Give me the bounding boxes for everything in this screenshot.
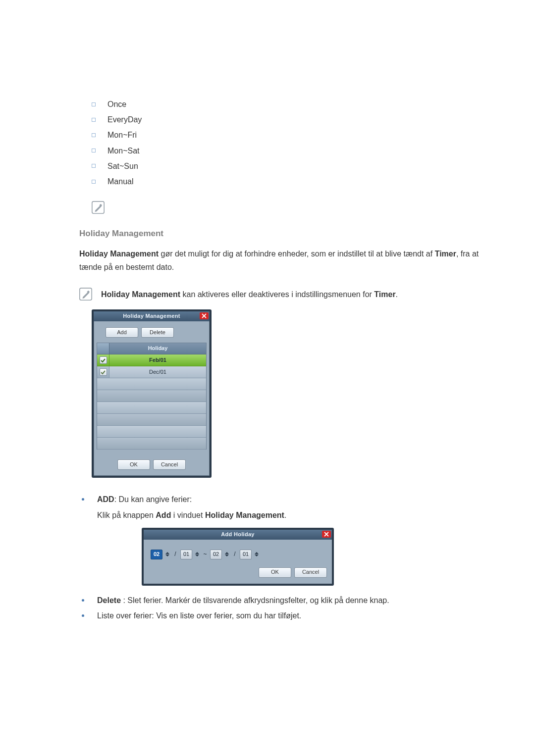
description-item-add: ADD: Du kan angive ferier: Klik på knapp… bbox=[82, 492, 483, 592]
checkbox-header bbox=[97, 343, 109, 354]
dialog-titlebar: Add Holiday bbox=[144, 530, 332, 540]
text: . bbox=[396, 290, 398, 299]
dialog-body: 02 / 01 ~ 02 / 01 bbox=[144, 540, 332, 567]
pen-icon bbox=[79, 288, 92, 301]
row-checkbox-cell bbox=[97, 366, 109, 378]
delete-button[interactable]: Delete bbox=[141, 327, 174, 338]
row-value: Dec/01 bbox=[109, 368, 206, 376]
cancel-button[interactable]: Cancel bbox=[294, 567, 327, 578]
row-value: Feb/01 bbox=[109, 356, 206, 364]
field-value: 01 bbox=[183, 551, 190, 558]
ok-button[interactable]: OK bbox=[259, 567, 291, 578]
pen-icon bbox=[92, 201, 105, 214]
from-month-field[interactable]: 02 bbox=[151, 550, 162, 559]
text: i vinduet bbox=[171, 511, 205, 519]
chevron-down-icon bbox=[195, 554, 199, 556]
intro-paragraph: Holiday Management gør det muligt for di… bbox=[79, 247, 483, 274]
text-bold: Add bbox=[156, 511, 171, 519]
slash-separator: / bbox=[173, 550, 177, 558]
description-body: Delete : Slet ferier. Markér de tilsvare… bbox=[97, 595, 389, 606]
square-bullet-icon bbox=[92, 118, 96, 122]
chevron-up-icon bbox=[225, 552, 229, 554]
text-bold: Timer bbox=[435, 250, 456, 258]
option-once: Once bbox=[92, 97, 483, 112]
ok-button[interactable]: OK bbox=[117, 459, 150, 470]
bullet-dot-icon bbox=[82, 498, 84, 501]
dialog-footer: OK Cancel bbox=[94, 454, 210, 476]
option-everyday: EveryDay bbox=[92, 112, 483, 127]
add-holiday-dialog: Add Holiday 02 / 01 ~ bbox=[142, 528, 334, 586]
table-row bbox=[97, 390, 206, 402]
text: Klik på knappen bbox=[97, 511, 156, 519]
text: : Slet ferier. Markér de tilsvarende afk… bbox=[121, 596, 389, 605]
text: kan aktiveres eller deaktiveres i indsti… bbox=[180, 290, 374, 299]
description-subtext: Klik på knappen Add i vinduet Holiday Ma… bbox=[97, 509, 334, 521]
option-label: Mon~Fri bbox=[107, 129, 137, 141]
column-header: Holiday bbox=[97, 343, 206, 354]
text-bold: ADD bbox=[97, 495, 114, 504]
chevron-down-icon bbox=[225, 554, 229, 556]
add-button[interactable]: Add bbox=[106, 327, 138, 338]
field-value: 02 bbox=[153, 551, 160, 558]
option-label: Manual bbox=[107, 176, 133, 187]
square-bullet-icon bbox=[92, 102, 96, 106]
text-bold: Timer bbox=[374, 290, 395, 299]
description-body: ADD: Du kan angive ferier: Klik på knapp… bbox=[97, 494, 334, 590]
recurrence-options: Once EveryDay Mon~Fri Mon~Sat Sat~Sun Ma… bbox=[52, 0, 483, 189]
note: Holiday Management kan aktiveres eller d… bbox=[79, 288, 483, 301]
table-row bbox=[97, 402, 206, 414]
table-row bbox=[97, 378, 206, 390]
bullet-dot-icon bbox=[82, 614, 84, 617]
section-heading: Holiday Management bbox=[79, 228, 483, 240]
option-sat-sun: Sat~Sun bbox=[92, 158, 483, 174]
description-body: Liste over ferier: Vis en liste over fer… bbox=[97, 610, 301, 621]
table-row[interactable]: Dec/01 bbox=[97, 366, 206, 378]
description-item-list: Liste over ferier: Vis en liste over fer… bbox=[82, 608, 483, 623]
checkbox[interactable] bbox=[100, 368, 107, 376]
bullet-dot-icon bbox=[82, 599, 84, 602]
slash-separator: / bbox=[233, 550, 237, 558]
option-label: Once bbox=[107, 99, 126, 110]
dialog-title: Add Holiday bbox=[221, 531, 254, 539]
spinner[interactable] bbox=[165, 551, 170, 558]
to-day-field[interactable]: 01 bbox=[240, 550, 252, 559]
table-row[interactable]: Feb/01 bbox=[97, 354, 206, 366]
text: Liste over ferier: Vis en liste over fer… bbox=[97, 611, 301, 620]
edit-icon-block bbox=[92, 201, 483, 217]
cancel-button[interactable]: Cancel bbox=[153, 459, 186, 470]
spinner[interactable] bbox=[225, 551, 230, 558]
table-row bbox=[97, 414, 206, 426]
field-value: 02 bbox=[213, 551, 219, 558]
field-value: 01 bbox=[242, 551, 249, 558]
square-bullet-icon bbox=[92, 133, 96, 137]
spinner[interactable] bbox=[195, 551, 200, 558]
dialog-titlebar: Holiday Management bbox=[94, 311, 210, 321]
text-bold: Holiday Management bbox=[205, 511, 284, 519]
dialog-title: Holiday Management bbox=[123, 312, 180, 320]
chevron-up-icon bbox=[195, 552, 199, 554]
checkbox[interactable] bbox=[100, 356, 107, 364]
option-mon-sat: Mon~Sat bbox=[92, 143, 483, 158]
chevron-up-icon bbox=[165, 552, 169, 554]
chevron-up-icon bbox=[255, 552, 259, 554]
description-list: ADD: Du kan angive ferier: Klik på knapp… bbox=[82, 492, 483, 623]
table-row bbox=[97, 426, 206, 438]
option-manual: Manual bbox=[92, 174, 483, 189]
chevron-down-icon bbox=[255, 554, 259, 556]
text: gør det muligt for dig at forhindre enhe… bbox=[159, 250, 435, 258]
holiday-management-dialog: Holiday Management Add Delete Holiday Fe… bbox=[92, 309, 212, 478]
text-bold: Delete bbox=[97, 596, 121, 605]
close-button[interactable] bbox=[322, 531, 331, 538]
close-button[interactable] bbox=[200, 312, 209, 319]
square-bullet-icon bbox=[92, 180, 96, 184]
spinner[interactable] bbox=[255, 551, 260, 558]
tilde-separator: ~ bbox=[203, 550, 207, 558]
square-bullet-icon bbox=[92, 164, 96, 168]
holiday-list: Holiday Feb/01 Dec/01 bbox=[97, 343, 207, 450]
column-label: Holiday bbox=[109, 345, 206, 353]
chevron-down-icon bbox=[165, 554, 169, 556]
from-day-field[interactable]: 01 bbox=[180, 550, 192, 559]
description-item-delete: Delete : Slet ferier. Markér de tilsvare… bbox=[82, 593, 483, 608]
to-month-field[interactable]: 02 bbox=[210, 550, 222, 559]
text-bold: Holiday Management bbox=[79, 250, 159, 258]
